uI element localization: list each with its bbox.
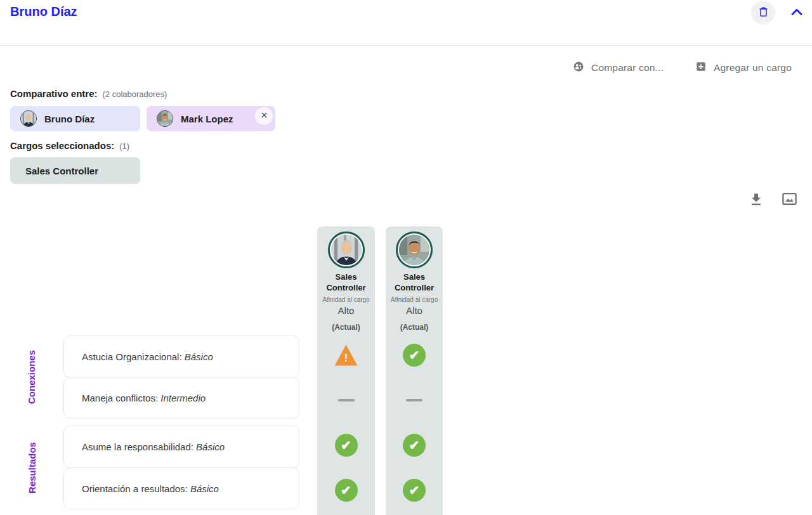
close-icon [260,111,268,121]
image-icon [781,200,798,209]
export-image-button[interactable] [781,190,798,209]
roles-count: (1) [119,141,129,151]
competency-card: Asume la responsabilidad: Básico [63,426,299,468]
avatar [157,110,173,127]
collaborator-name: Mark Lopez [181,114,233,124]
column-status: (Actual) [386,323,443,332]
chevron-up-icon [789,4,804,22]
competency-card: Orientación a resultados: Básico [63,467,299,509]
delete-button[interactable] [751,1,775,25]
group-label-conexiones: Conexiones [22,336,42,419]
column-status: (Actual) [317,323,375,332]
download-icon [749,199,764,209]
add-role-label: Agregar un cargo [714,62,792,74]
collaborator-name: Bruno Díaz [44,114,95,124]
competency-level: Básico [185,351,213,362]
check-circle-icon [335,434,358,457]
column-role-name: Sales Controller [317,271,375,293]
competency-label: Asume la responsabilidad: [82,441,193,452]
role-name: Sales Controller [25,166,98,176]
column-role-name: Sales Controller [386,271,443,293]
competency-level: Básico [196,441,225,452]
comparison-page: Bruno Díaz Comparar con... [0,0,812,515]
compare-with-label: Comparar con... [591,62,664,74]
collaborator-chip-bruno[interactable]: Bruno Díaz [10,106,140,131]
collaborator-chip-mark[interactable]: Mark Lopez [147,106,275,131]
competency-label: Astucia Organizacional: [82,351,182,362]
affinity-label: Afinidad al cargo [317,296,375,303]
add-box-icon [695,61,707,75]
avatar [20,110,37,127]
check-circle-icon [403,344,426,367]
warning-triangle-icon [335,344,358,367]
affinity-value: Alto [317,305,375,316]
people-circle-icon [573,61,584,75]
affinity-label: Afinidad al cargo [386,296,443,303]
comparative-between-label: Comparativo entre:(2 colaboradores) [10,88,167,99]
header-divider [0,45,812,46]
affinity-value: Alto [386,305,443,316]
avatar [328,231,365,268]
collaborator-count: (2 colaboradores) [103,89,167,99]
check-circle-icon [403,479,426,502]
competency-label: Maneja conflictos: [82,393,158,403]
group-label-resultados: Resultados [22,426,42,509]
competency-card: Astucia Organizacional: Básico [63,336,299,378]
roles-selected-label: Cargos seleccionados:(1) [10,140,129,151]
download-button[interactable] [749,192,764,209]
role-chip-sales-controller[interactable]: Sales Controller [10,157,140,184]
trash-icon [757,6,769,20]
dash-icon [403,389,426,412]
avatar [396,231,433,268]
collapse-button[interactable] [788,4,806,22]
page-title: Bruno Díaz [10,4,77,19]
check-circle-icon [335,479,358,502]
compare-with-button[interactable]: Comparar con... [573,61,664,75]
dash-icon [335,389,358,412]
comparison-column-bruno: Sales Controller Afinidad al cargo Alto … [317,226,375,515]
competency-card: Maneja conflictos: Intermedio [63,377,299,419]
comparison-column-mark: Sales Controller Afinidad al cargo Alto … [386,226,443,515]
remove-collaborator-button[interactable] [255,107,273,125]
competency-label: Orientación a resultados: [82,483,188,494]
check-circle-icon [403,434,426,457]
competency-level: Intermedio [160,393,206,403]
add-role-button[interactable]: Agregar un cargo [695,61,792,75]
competency-level: Básico [190,483,219,494]
